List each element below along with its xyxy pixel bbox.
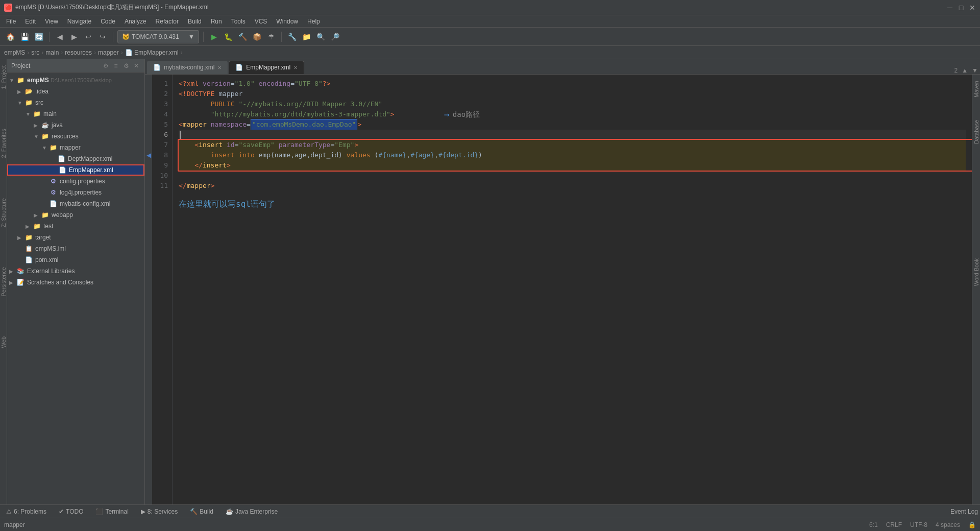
panel-settings-btn[interactable]: ⚙ — [102, 62, 110, 70]
tree-mybatis-config[interactable]: ▶ 📄 mybatis-config.xml — [7, 198, 144, 209]
log4j-label: log4j.properties — [60, 189, 144, 196]
tree-test[interactable]: ▶ 📁 test — [7, 221, 144, 232]
bottom-tab-build[interactable]: 🔨 Build — [186, 507, 217, 516]
bottom-tab-services[interactable]: ▶ 8: Services — [137, 507, 182, 516]
bottom-tab-problems[interactable]: ⚠ 6: Problems — [2, 507, 51, 516]
code-line-5: <mapper namespace="com.empMsDemo.dao.Emp… — [179, 119, 966, 130]
tree-external-libs[interactable]: ▶ 📚 External Libraries — [7, 266, 144, 277]
src-arrow: ▼ — [17, 100, 23, 106]
tree-target[interactable]: ▶ 📁 target — [7, 232, 144, 243]
tab-project[interactable]: 1: Project — [0, 61, 8, 93]
menu-analyze[interactable]: Analyze — [120, 17, 151, 26]
breadcrumb-empMapper[interactable]: 📄 EmpMapper.xml — [125, 49, 179, 56]
menu-help[interactable]: Help — [303, 17, 324, 26]
profiler-btn[interactable]: 🔧 — [286, 31, 298, 43]
bottom-tab-todo[interactable]: ✔ TODO — [55, 507, 87, 516]
breadcrumb-empm[interactable]: empMS — [4, 49, 25, 56]
panel-gear-btn[interactable]: ⚙ — [122, 62, 130, 70]
menu-navigate[interactable]: Navigate — [63, 17, 95, 26]
tree-root[interactable]: ▼ 📁 empMS D:\Users\17509\Desktop — [7, 75, 144, 86]
panel-collapse-btn[interactable]: ≡ — [112, 62, 120, 70]
menu-window[interactable]: Window — [272, 17, 302, 26]
nav-up-btn[interactable]: ▲ — [962, 67, 968, 74]
bottom-tab-terminal[interactable]: ⬛ Terminal — [91, 507, 132, 516]
right-tab-wordbook[interactable]: Word Book — [972, 252, 980, 292]
tab-web[interactable]: Web — [0, 332, 8, 352]
menu-edit[interactable]: Edit — [21, 17, 40, 26]
bottom-tab-java-enterprise[interactable]: ☕ Java Enterprise — [222, 507, 282, 516]
forward-btn[interactable]: ▶ — [68, 31, 80, 43]
back-btn[interactable]: ◀ — [54, 31, 66, 43]
tree-main[interactable]: ▼ 📁 main — [7, 108, 144, 119]
menu-refactor[interactable]: Refactor — [152, 17, 183, 26]
menu-file[interactable]: File — [2, 17, 20, 26]
breadcrumb-resources[interactable]: resources — [65, 49, 92, 56]
menu-tools[interactable]: Tools — [227, 17, 250, 26]
nav-down-btn[interactable]: ▼ — [972, 67, 978, 74]
code-line-4: "http://mybatis.org/dtd/mybatis-3-mapper… — [179, 109, 966, 119]
line-num-11: 11 — [154, 181, 168, 191]
tree-config[interactable]: ▶ ⚙ config.properties — [7, 176, 144, 187]
line-num-1: 1 — [154, 79, 168, 89]
redo-btn[interactable]: ↪ — [96, 31, 109, 43]
tree-src[interactable]: ▼ 📁 src — [7, 97, 144, 108]
utf-indicator[interactable]: UTF-8 — [910, 521, 927, 528]
menu-vcs[interactable]: VCS — [251, 17, 272, 26]
find-btn[interactable]: 🔎 — [329, 31, 341, 43]
code-content[interactable]: <?xml version="1.0" encoding="UTF-8"?> <… — [173, 75, 972, 504]
sync-btn[interactable]: 🔄 — [33, 31, 45, 43]
tree-idea[interactable]: ▶ 📂 .idea — [7, 86, 144, 97]
tree-resources[interactable]: ▼ 📁 resources — [7, 131, 144, 142]
minimize-button[interactable]: ─ — [946, 4, 953, 11]
spaces-indicator[interactable]: 4 spaces — [936, 521, 960, 528]
tomcat-selector[interactable]: 🐱 TOMCAT 9.0.431 ▼ — [117, 30, 199, 43]
undo-btn[interactable]: ↩ — [82, 31, 94, 43]
window-controls[interactable]: ─ □ ✕ — [946, 4, 976, 11]
tree-webapp[interactable]: ▶ 📁 webapp — [7, 209, 144, 221]
tree-scratches[interactable]: ▶ 📝 Scratches and Consoles — [7, 277, 144, 288]
menu-view[interactable]: View — [41, 17, 62, 26]
project-icon[interactable]: 🏠 — [4, 31, 16, 43]
open-btn[interactable]: 📁 — [300, 31, 312, 43]
maximize-button[interactable]: □ — [958, 4, 965, 11]
menu-bar: File Edit View Navigate Code Analyze Ref… — [0, 15, 980, 28]
tab-structure[interactable]: Z: Structure — [0, 194, 8, 231]
tomcat-label: TOMCAT 9.0.431 — [132, 33, 179, 40]
menu-run[interactable]: Run — [207, 17, 226, 26]
tab-empmapper[interactable]: 📄 EmpMapper.xml ✕ — [229, 61, 304, 74]
build-artifact-btn[interactable]: 📦 — [251, 31, 263, 43]
tab-favorites[interactable]: 2: Favorites — [0, 125, 8, 162]
tree-deptmapper[interactable]: ▶ 📄 DeptMapper.xml — [7, 153, 144, 164]
code-line-6[interactable] — [179, 130, 966, 140]
tree-java[interactable]: ▶ ☕ java — [7, 119, 144, 131]
right-tab-maven[interactable]: Maven — [972, 75, 980, 104]
mybatis-tab-close[interactable]: ✕ — [217, 65, 222, 70]
breadcrumb: empMS › src › main › resources › mapper … — [0, 46, 980, 59]
run-btn[interactable]: ▶ — [208, 31, 220, 43]
tree-empms-iml[interactable]: ▶ 📋 empMS.iml — [7, 243, 144, 254]
tree-mapper[interactable]: ▼ 📁 mapper — [7, 142, 144, 153]
breadcrumb-src[interactable]: src — [31, 49, 39, 56]
right-tab-database[interactable]: Database — [972, 114, 980, 150]
tree-empmapper[interactable]: ▶ 📄 EmpMapper.xml — [7, 164, 144, 176]
crlf-indicator[interactable]: CRLF — [886, 521, 902, 528]
menu-build[interactable]: Build — [184, 17, 206, 26]
search-btn[interactable]: 🔍 — [314, 31, 327, 43]
panel-close-btn[interactable]: ✕ — [132, 62, 140, 70]
title-bar-left: 🔴 empMS [D:\Users\17509\Desktop\非凡\项目\em… — [4, 3, 209, 12]
tab-mybatis-config[interactable]: 📄 mybatis-config.xml ✕ — [147, 61, 228, 74]
close-button[interactable]: ✕ — [969, 4, 976, 11]
empmapper-tab-close[interactable]: ✕ — [293, 65, 298, 70]
breadcrumb-mapper[interactable]: mapper — [98, 49, 119, 56]
coverage-btn[interactable]: ☂ — [265, 31, 277, 43]
menu-code[interactable]: Code — [96, 17, 119, 26]
build-btn[interactable]: 🔨 — [236, 31, 249, 43]
breadcrumb-main[interactable]: main — [45, 49, 59, 56]
tree-log4j[interactable]: ▶ ⚙ log4j.properties — [7, 187, 144, 198]
log4j-icon: ⚙ — [49, 188, 57, 197]
tab-persistence[interactable]: Persistence — [0, 263, 8, 300]
event-log-label[interactable]: Event Log — [950, 508, 978, 515]
tree-pom[interactable]: ▶ 📄 pom.xml — [7, 254, 144, 266]
save-all-btn[interactable]: 💾 — [18, 31, 31, 43]
debug-btn[interactable]: 🐛 — [222, 31, 234, 43]
